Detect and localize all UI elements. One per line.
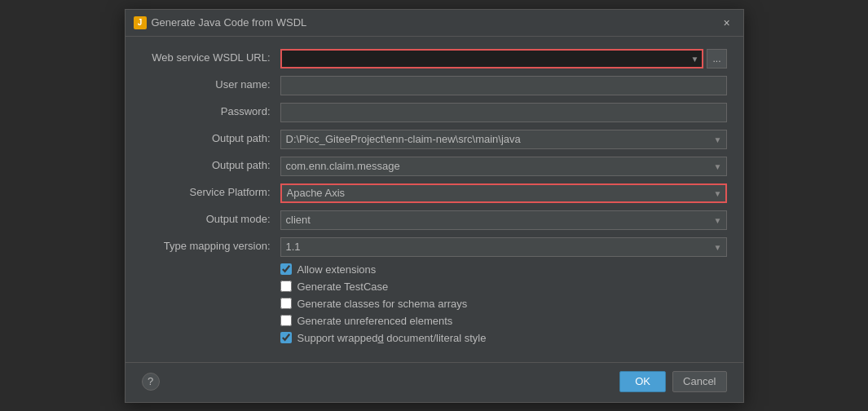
type-mapping-row: Type mapping version: 1.1 1.2 ▼ <box>142 236 727 258</box>
password-label: Password: <box>142 104 280 119</box>
package-row: Output path: com.enn.claim.message ▼ <box>142 156 727 177</box>
generate-unreferenced-checkbox[interactable] <box>280 315 292 326</box>
generate-java-code-dialog: J Generate Java Code from WSDL × Web ser… <box>125 9 744 403</box>
ok-button[interactable]: OK <box>619 371 666 392</box>
output-mode-select[interactable]: client server <box>280 210 727 230</box>
dialog-title-area: J Generate Java Code from WSDL <box>134 16 307 29</box>
type-mapping-select[interactable]: 1.1 1.2 <box>280 237 727 257</box>
output-path-label: Output path: <box>142 131 280 146</box>
close-button[interactable]: × <box>719 15 735 31</box>
help-button[interactable]: ? <box>142 373 160 391</box>
wsdl-url-label: Web service WSDL URL: <box>142 51 280 65</box>
dialog-body: Web service WSDL URL: ▼ ... User name: <box>126 37 743 357</box>
generate-testcase-row: Generate TestCase <box>142 281 727 293</box>
wsdl-url-input[interactable] <box>280 49 704 68</box>
service-platform-control: Apache Axis JAX-WS CXF ▼ <box>280 183 727 203</box>
allow-extensions-row: Allow extensions <box>142 263 727 276</box>
allow-extensions-label[interactable]: Allow extensions <box>297 263 377 276</box>
generate-unreferenced-label[interactable]: Generate unreferenced elements <box>297 315 453 327</box>
type-mapping-control: 1.1 1.2 ▼ <box>280 237 727 257</box>
output-path-row: Output path: D:\Picc_GiteeProject\enn-cl… <box>142 129 727 150</box>
browse-button[interactable]: ... <box>707 49 726 68</box>
username-row: User name: <box>142 75 727 96</box>
wsdl-url-row: Web service WSDL URL: ▼ ... <box>142 48 727 69</box>
generate-testcase-checkbox[interactable] <box>280 281 292 292</box>
output-path-control: D:\Picc_GiteeProject\enn-claim-new\src\m… <box>280 130 727 149</box>
service-platform-select[interactable]: Apache Axis JAX-WS CXF <box>280 183 727 203</box>
output-mode-label: Output mode: <box>142 212 280 227</box>
output-path-select[interactable]: D:\Picc_GiteeProject\enn-claim-new\src\m… <box>280 130 727 149</box>
package-label: Output path: <box>142 158 280 173</box>
footer-buttons: OK Cancel <box>619 371 726 392</box>
package-select[interactable]: com.enn.claim.message <box>280 157 727 176</box>
wsdl-url-control: ▼ ... <box>280 49 727 68</box>
service-platform-label: Service Platform: <box>142 185 280 200</box>
generate-classes-row: Generate classes for schema arrays <box>142 298 727 310</box>
allow-extensions-checkbox[interactable] <box>280 263 292 275</box>
output-mode-row: Output mode: client server ▼ <box>142 210 727 231</box>
output-mode-control: client server ▼ <box>280 210 727 230</box>
support-wrapped-checkbox[interactable] <box>280 332 292 343</box>
dialog-title: Generate Java Code from WSDL <box>152 16 307 29</box>
package-control: com.enn.claim.message ▼ <box>280 157 727 176</box>
cancel-button[interactable]: Cancel <box>672 371 726 392</box>
username-label: User name: <box>142 77 280 92</box>
password-control <box>280 103 727 122</box>
generate-unreferenced-row: Generate unreferenced elements <box>142 315 727 327</box>
dialog-titlebar: J Generate Java Code from WSDL × <box>126 10 743 37</box>
service-platform-row: Service Platform: Apache Axis JAX-WS CXF… <box>142 183 727 204</box>
generate-testcase-label[interactable]: Generate TestCase <box>297 281 389 293</box>
username-control <box>280 76 727 95</box>
generate-classes-label[interactable]: Generate classes for schema arrays <box>297 298 468 310</box>
username-input[interactable] <box>280 76 727 95</box>
password-input[interactable] <box>280 103 727 122</box>
password-row: Password: <box>142 102 727 123</box>
support-wrapped-row: Support wrappedd document/literal style <box>142 332 727 344</box>
generate-classes-checkbox[interactable] <box>280 298 292 309</box>
support-wrapped-label[interactable]: Support wrappedd document/literal style <box>297 332 487 344</box>
dialog-icon: J <box>134 16 147 29</box>
type-mapping-label: Type mapping version: <box>142 239 280 254</box>
dialog-footer: ? OK Cancel <box>126 362 743 402</box>
